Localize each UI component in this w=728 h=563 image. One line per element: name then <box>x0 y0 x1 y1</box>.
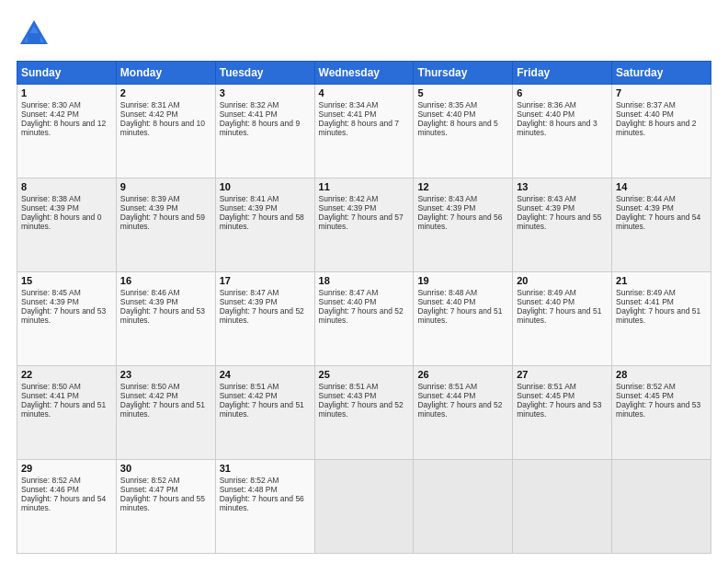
calendar-cell: 15Sunrise: 8:45 AMSunset: 4:39 PMDayligh… <box>17 272 117 366</box>
calendar-cell: 1Sunrise: 8:30 AMSunset: 4:42 PMDaylight… <box>17 85 117 178</box>
sunrise: Sunrise: 8:37 AM <box>616 100 676 109</box>
daylight: Daylight: 7 hours and 53 minutes. <box>21 306 106 325</box>
sunset: Sunset: 4:39 PM <box>120 297 178 306</box>
sunset: Sunset: 4:41 PM <box>319 109 377 119</box>
calendar-cell: 6Sunrise: 8:36 AMSunset: 4:40 PMDaylight… <box>513 85 612 178</box>
day-number: 9 <box>120 181 211 192</box>
daylight: Daylight: 8 hours and 9 minutes. <box>220 119 300 137</box>
calendar-cell: 7Sunrise: 8:37 AMSunset: 4:40 PMDaylight… <box>612 85 711 178</box>
sunrise: Sunrise: 8:45 AM <box>21 288 81 297</box>
weekday-header-tuesday: Tuesday <box>215 62 314 85</box>
sunrise: Sunrise: 8:52 AM <box>120 476 180 485</box>
day-number: 14 <box>616 181 707 192</box>
day-number: 13 <box>517 181 608 192</box>
day-number: 16 <box>120 275 211 286</box>
calendar-cell: 28Sunrise: 8:52 AMSunset: 4:45 PMDayligh… <box>612 366 711 460</box>
day-number: 21 <box>616 275 707 286</box>
sunset: Sunset: 4:42 PM <box>120 391 178 400</box>
calendar-cell: 31Sunrise: 8:52 AMSunset: 4:48 PMDayligh… <box>215 460 314 554</box>
sunset: Sunset: 4:48 PM <box>220 485 278 494</box>
weekday-header-thursday: Thursday <box>414 62 513 85</box>
logo-icon <box>17 17 51 52</box>
day-number: 7 <box>616 87 707 98</box>
sunset: Sunset: 4:42 PM <box>220 391 278 400</box>
sunrise: Sunrise: 8:52 AM <box>616 382 676 391</box>
calendar-cell: 13Sunrise: 8:43 AMSunset: 4:39 PMDayligh… <box>513 178 612 272</box>
weekday-header-row: SundayMondayTuesdayWednesdayThursdayFrid… <box>17 62 711 85</box>
day-number: 24 <box>220 369 311 380</box>
day-number: 28 <box>616 369 707 380</box>
sunset: Sunset: 4:42 PM <box>120 109 178 119</box>
sunrise: Sunrise: 8:52 AM <box>220 476 279 485</box>
calendar-cell: 3Sunrise: 8:32 AMSunset: 4:41 PMDaylight… <box>215 85 314 178</box>
sunrise: Sunrise: 8:49 AM <box>517 288 576 297</box>
svg-rect-2 <box>28 33 40 42</box>
calendar-cell: 5Sunrise: 8:35 AMSunset: 4:40 PMDaylight… <box>414 85 513 178</box>
calendar-cell <box>314 460 414 554</box>
day-number: 27 <box>517 369 608 380</box>
week-row-4: 22Sunrise: 8:50 AMSunset: 4:41 PMDayligh… <box>17 366 711 460</box>
sunrise: Sunrise: 8:46 AM <box>120 288 180 297</box>
daylight: Daylight: 8 hours and 12 minutes. <box>21 119 106 137</box>
sunrise: Sunrise: 8:32 AM <box>220 100 279 109</box>
weekday-header-saturday: Saturday <box>612 62 711 85</box>
sunrise: Sunrise: 8:51 AM <box>417 382 477 391</box>
daylight: Daylight: 7 hours and 56 minutes. <box>220 494 304 512</box>
sunrise: Sunrise: 8:50 AM <box>21 382 81 391</box>
daylight: Daylight: 7 hours and 52 minutes. <box>220 306 304 325</box>
daylight: Daylight: 7 hours and 52 minutes. <box>319 400 404 419</box>
sunrise: Sunrise: 8:31 AM <box>120 100 180 109</box>
calendar-cell: 16Sunrise: 8:46 AMSunset: 4:39 PMDayligh… <box>116 272 215 366</box>
day-number: 4 <box>319 87 410 98</box>
weekday-header-sunday: Sunday <box>17 62 117 85</box>
sunset: Sunset: 4:39 PM <box>319 203 377 213</box>
calendar-cell: 27Sunrise: 8:51 AMSunset: 4:45 PMDayligh… <box>513 366 612 460</box>
day-number: 6 <box>517 87 608 98</box>
calendar-cell: 25Sunrise: 8:51 AMSunset: 4:43 PMDayligh… <box>314 366 414 460</box>
calendar-cell: 2Sunrise: 8:31 AMSunset: 4:42 PMDaylight… <box>116 85 215 178</box>
day-number: 23 <box>120 369 211 380</box>
week-row-1: 1Sunrise: 8:30 AMSunset: 4:42 PMDaylight… <box>17 85 711 178</box>
sunset: Sunset: 4:39 PM <box>21 297 79 306</box>
calendar-cell: 11Sunrise: 8:42 AMSunset: 4:39 PMDayligh… <box>314 178 414 272</box>
sunset: Sunset: 4:39 PM <box>220 203 278 213</box>
sunset: Sunset: 4:45 PM <box>616 391 674 400</box>
day-number: 22 <box>21 369 112 380</box>
sunrise: Sunrise: 8:30 AM <box>21 100 81 109</box>
sunrise: Sunrise: 8:50 AM <box>120 382 180 391</box>
daylight: Daylight: 7 hours and 51 minutes. <box>417 306 502 325</box>
daylight: Daylight: 7 hours and 51 minutes. <box>220 400 304 419</box>
sunrise: Sunrise: 8:44 AM <box>616 194 676 203</box>
daylight: Daylight: 7 hours and 52 minutes. <box>319 306 404 325</box>
daylight: Daylight: 8 hours and 10 minutes. <box>120 119 205 137</box>
day-number: 29 <box>21 463 112 474</box>
daylight: Daylight: 7 hours and 55 minutes. <box>517 213 601 231</box>
sunrise: Sunrise: 8:36 AM <box>517 100 576 109</box>
sunset: Sunset: 4:39 PM <box>517 203 574 213</box>
day-number: 10 <box>220 181 311 192</box>
week-row-2: 8Sunrise: 8:38 AMSunset: 4:39 PMDaylight… <box>17 178 711 272</box>
sunset: Sunset: 4:39 PM <box>616 203 674 213</box>
calendar-cell: 22Sunrise: 8:50 AMSunset: 4:41 PMDayligh… <box>17 366 117 460</box>
daylight: Daylight: 7 hours and 59 minutes. <box>120 213 205 231</box>
daylight: Daylight: 7 hours and 57 minutes. <box>319 213 404 231</box>
daylight: Daylight: 8 hours and 3 minutes. <box>517 119 597 137</box>
calendar-cell: 9Sunrise: 8:39 AMSunset: 4:39 PMDaylight… <box>116 178 215 272</box>
daylight: Daylight: 7 hours and 56 minutes. <box>417 213 502 231</box>
calendar-cell: 30Sunrise: 8:52 AMSunset: 4:47 PMDayligh… <box>116 460 215 554</box>
daylight: Daylight: 8 hours and 5 minutes. <box>417 119 497 137</box>
day-number: 20 <box>517 275 608 286</box>
day-number: 8 <box>21 181 112 192</box>
daylight: Daylight: 7 hours and 55 minutes. <box>120 494 205 512</box>
calendar-cell: 29Sunrise: 8:52 AMSunset: 4:46 PMDayligh… <box>17 460 117 554</box>
weekday-header-wednesday: Wednesday <box>314 62 414 85</box>
sunset: Sunset: 4:40 PM <box>319 297 377 306</box>
calendar-table: SundayMondayTuesdayWednesdayThursdayFrid… <box>17 61 711 554</box>
calendar-cell: 18Sunrise: 8:47 AMSunset: 4:40 PMDayligh… <box>314 272 414 366</box>
calendar-cell: 17Sunrise: 8:47 AMSunset: 4:39 PMDayligh… <box>215 272 314 366</box>
calendar-cell <box>513 460 612 554</box>
calendar-cell: 10Sunrise: 8:41 AMSunset: 4:39 PMDayligh… <box>215 178 314 272</box>
daylight: Daylight: 7 hours and 51 minutes. <box>517 306 601 325</box>
day-number: 31 <box>220 463 311 474</box>
sunrise: Sunrise: 8:43 AM <box>417 194 477 203</box>
